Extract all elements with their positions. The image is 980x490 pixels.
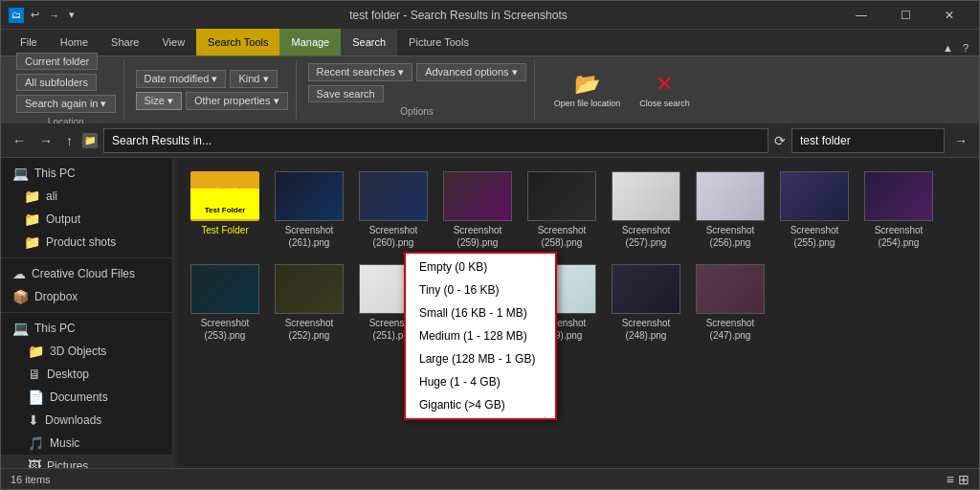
ribbon-help[interactable]: ? bbox=[960, 40, 971, 56]
close-button[interactable]: ✕ bbox=[927, 1, 971, 30]
product-shots-icon: 📁 bbox=[24, 234, 40, 250]
size-huge[interactable]: Huge (1 - 4 GB) bbox=[406, 370, 555, 393]
advanced-options-button[interactable]: Advanced options ▾ bbox=[416, 63, 526, 81]
size-large[interactable]: Large (128 MB - 1 GB) bbox=[406, 347, 555, 370]
size-tiny[interactable]: Tiny (0 - 16 KB) bbox=[406, 278, 555, 301]
refresh-button[interactable]: ⟳ bbox=[774, 133, 786, 148]
current-folder-button[interactable]: Current folder bbox=[16, 53, 98, 70]
file-label-260: Screenshot (260).png bbox=[359, 224, 428, 249]
all-subfolders-button[interactable]: All subfolders bbox=[16, 74, 97, 91]
search-again-button[interactable]: Search again in ▾ bbox=[16, 95, 116, 113]
tab-share[interactable]: Share bbox=[100, 29, 150, 56]
file-item-259[interactable]: Screenshot (259).png bbox=[439, 167, 516, 253]
file-label-247: Screenshot (247).png bbox=[696, 317, 765, 342]
title-bar-left: 🗂 ↩ → ▾ bbox=[9, 7, 78, 23]
nav-back[interactable]: ← bbox=[9, 131, 30, 150]
sidebar-item-this-pc[interactable]: 💻 This PC bbox=[1, 162, 172, 185]
file-thumb-253 bbox=[190, 264, 259, 314]
quick-access-forward[interactable]: → bbox=[46, 8, 62, 23]
tab-search-tools[interactable]: Search Tools bbox=[196, 29, 279, 56]
sidebar-item-music[interactable]: 🎵 Music bbox=[1, 432, 172, 455]
sidebar-item-ali[interactable]: 📁 ali bbox=[1, 185, 172, 208]
kind-button[interactable]: Kind ▾ bbox=[230, 70, 277, 88]
quick-access-down[interactable]: ▾ bbox=[66, 7, 78, 23]
close-search-button[interactable]: ✕ Close search bbox=[632, 68, 698, 112]
file-item-253[interactable]: Screenshot (253).png bbox=[187, 260, 263, 345]
file-label-255: Screenshot (255).png bbox=[780, 224, 849, 249]
documents-icon: 📄 bbox=[28, 390, 44, 405]
ribbon-section-options: Recent searches ▾ Advanced options ▾ Sav… bbox=[301, 60, 535, 120]
file-thumb-256 bbox=[696, 171, 765, 221]
downloads-icon: ⬇ bbox=[28, 412, 39, 428]
refine-row2: Size ▾ Other properties ▾ bbox=[136, 92, 288, 110]
size-dropdown: Empty (0 KB) Tiny (0 - 16 KB) Small (16 … bbox=[404, 252, 557, 420]
close-search-icon: ✕ bbox=[656, 72, 673, 97]
ali-icon: 📁 bbox=[24, 189, 40, 204]
size-empty[interactable]: Empty (0 KB) bbox=[406, 256, 555, 278]
file-item-255[interactable]: Screenshot (255).png bbox=[776, 167, 853, 253]
view-grid-button[interactable]: ⊞ bbox=[958, 472, 969, 487]
search-input[interactable] bbox=[791, 128, 945, 153]
tab-view[interactable]: View bbox=[150, 29, 196, 56]
search-go-button[interactable]: → bbox=[950, 131, 971, 150]
file-item-256[interactable]: Screenshot (256).png bbox=[692, 167, 768, 253]
file-item-247[interactable]: Screenshot (247).png bbox=[692, 260, 768, 345]
sidebar-divider-2 bbox=[1, 312, 172, 313]
sidebar-divider-1 bbox=[1, 257, 172, 258]
tab-search[interactable]: Search bbox=[341, 29, 397, 56]
other-properties-button[interactable]: Other properties ▾ bbox=[186, 92, 288, 110]
save-search-button[interactable]: Save search bbox=[308, 85, 384, 102]
address-input[interactable] bbox=[103, 128, 768, 153]
title-bar: 🗂 ↩ → ▾ test folder - Search Results in … bbox=[1, 1, 979, 30]
sidebar-item-creative-cloud[interactable]: ☁ Creative Cloud Files bbox=[1, 262, 172, 285]
file-item-257[interactable]: Screenshot (257).png bbox=[608, 167, 684, 253]
file-item-test-folder[interactable]: 📁 Test Folder Test Folder bbox=[187, 167, 263, 253]
sidebar-item-downloads[interactable]: ⬇ Downloads bbox=[1, 409, 172, 432]
file-item-248[interactable]: Screenshot (248).png bbox=[608, 260, 684, 345]
ribbon-collapse[interactable]: ▲ bbox=[940, 40, 956, 56]
file-item-260[interactable]: Screenshot (260).png bbox=[355, 167, 432, 253]
recent-searches-label: Recent searches ▾ bbox=[317, 66, 405, 78]
recent-searches-button[interactable]: Recent searches ▾ bbox=[308, 63, 413, 81]
sidebar-item-desktop-label: Desktop bbox=[47, 368, 89, 381]
sidebar-item-this-pc-2[interactable]: 💻 This PC bbox=[1, 317, 172, 340]
view-list-button[interactable]: ≡ bbox=[947, 472, 954, 487]
sidebar-item-dropbox[interactable]: 📦 Dropbox bbox=[1, 285, 172, 308]
sidebar-item-music-label: Music bbox=[50, 436, 79, 450]
file-grid: 📁 Test Folder Test Folder Screenshot (26… bbox=[187, 167, 969, 345]
open-file-location-button[interactable]: 📂 Open file location bbox=[546, 68, 629, 112]
tab-file[interactable]: File bbox=[9, 29, 49, 56]
maximize-button[interactable]: ☐ bbox=[883, 1, 927, 30]
file-item-252[interactable]: Screenshot (252).png bbox=[271, 260, 347, 345]
file-label-256: Screenshot (256).png bbox=[696, 224, 765, 249]
ribbon-content: Current folder All subfolders Search aga… bbox=[1, 56, 979, 123]
sidebar-item-this-pc-label: This PC bbox=[34, 167, 76, 180]
other-properties-label: Other properties ▾ bbox=[194, 95, 279, 107]
tab-picture-tools[interactable]: Picture Tools bbox=[397, 29, 480, 56]
file-item-261[interactable]: Screenshot (261).png bbox=[271, 167, 347, 253]
file-item-254[interactable]: Screenshot (254).png bbox=[860, 167, 937, 253]
sidebar-item-output[interactable]: 📁 Output bbox=[1, 208, 172, 231]
sidebar-item-creative-cloud-label: Creative Cloud Files bbox=[32, 267, 135, 280]
sidebar-item-desktop[interactable]: 🖥 Desktop bbox=[1, 363, 172, 386]
tab-manage[interactable]: Manage bbox=[279, 29, 341, 56]
file-item-258[interactable]: Screenshot (258).png bbox=[523, 167, 600, 253]
quick-access-undo[interactable]: ↩ bbox=[28, 7, 42, 23]
size-medium[interactable]: Medium (1 - 128 MB) bbox=[406, 324, 555, 347]
size-button[interactable]: Size ▾ bbox=[136, 92, 182, 110]
3d-objects-icon: 📁 bbox=[28, 344, 44, 359]
sidebar-item-3d-objects[interactable]: 📁 3D Objects bbox=[1, 340, 172, 363]
nav-up[interactable]: ↑ bbox=[62, 131, 77, 150]
sidebar-item-product-shots[interactable]: 📁 Product shots bbox=[1, 231, 172, 254]
size-small[interactable]: Small (16 KB - 1 MB) bbox=[406, 301, 555, 324]
folder-icon: 📁 bbox=[82, 133, 98, 148]
nav-forward[interactable]: → bbox=[35, 131, 56, 150]
sidebar-item-documents[interactable]: 📄 Documents bbox=[1, 386, 172, 409]
file-thumb-247 bbox=[696, 264, 765, 314]
date-modified-button[interactable]: Date modified ▾ bbox=[136, 70, 227, 88]
test-folder-badge: Test Folder bbox=[190, 189, 259, 219]
tab-home[interactable]: Home bbox=[49, 29, 100, 56]
size-gigantic[interactable]: Gigantic (>4 GB) bbox=[406, 393, 555, 416]
minimize-button[interactable]: — bbox=[839, 1, 883, 30]
sidebar-item-pictures[interactable]: 🖼 Pictures bbox=[1, 455, 172, 468]
